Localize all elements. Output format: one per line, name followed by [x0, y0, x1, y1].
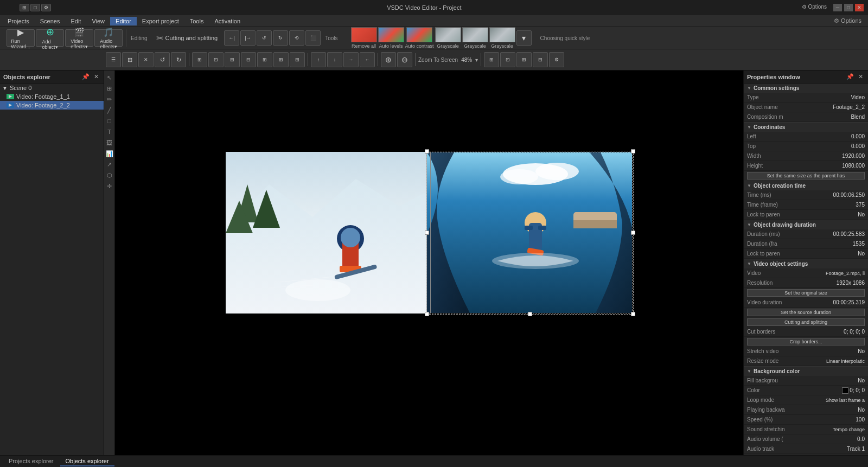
qs-grayscale-3[interactable]: Grayscale — [489, 27, 515, 49]
lt-arrow[interactable]: ↗ — [105, 159, 114, 169]
cut-tool-3[interactable]: ↺ — [257, 30, 272, 46]
menu-editor[interactable]: Editor — [110, 17, 137, 25]
menu-tools[interactable]: Tools — [184, 17, 209, 25]
grid-3[interactable]: ⊞ — [516, 52, 532, 67]
select-redo[interactable]: ↻ — [171, 52, 186, 67]
props-duration-header[interactable]: ▼ Object drawing duration — [744, 220, 868, 229]
menu-view[interactable]: View — [86, 17, 110, 25]
lt-chart[interactable]: 📊 — [105, 149, 114, 158]
cut-tool-2[interactable]: |→ — [240, 30, 256, 46]
qs-grayscale-2[interactable]: Grayscale — [462, 27, 488, 49]
props-coords-header[interactable]: ▼ Coordinates — [744, 123, 868, 132]
align-2[interactable]: ⊡ — [208, 52, 224, 67]
props-bgcolor-section: ▼ Background color Fill backgrou No Colo… — [744, 367, 868, 455]
grid-1[interactable]: ⊞ — [484, 52, 499, 67]
add-object-btn[interactable]: ⊕ Addobject▾ — [36, 29, 64, 47]
menu-edit[interactable]: Edit — [65, 17, 86, 25]
tree-footage1[interactable]: ▶ Video: Footage_1_1 — [0, 92, 104, 101]
select-btn[interactable]: ☰ — [106, 52, 121, 67]
cut-tool-4[interactable]: ↻ — [273, 30, 288, 46]
align-3[interactable]: ⊞ — [225, 52, 240, 67]
crop-borders-btn[interactable]: Crop borders... — [747, 338, 865, 346]
options-label[interactable]: ⚙ Options — [797, 4, 831, 11]
props-top-row: Top 0.000 — [744, 142, 868, 151]
objects-pin-btn[interactable]: 📌 — [80, 73, 91, 81]
original-size-btn[interactable]: Set the original size — [747, 289, 865, 297]
props-pin-btn[interactable]: 📌 — [845, 73, 856, 81]
lt-text[interactable]: T — [105, 127, 114, 137]
color-swatch[interactable] — [842, 387, 848, 394]
minimize-btn[interactable]: ─ — [833, 4, 842, 11]
source-duration-btn[interactable]: Set the source duration — [747, 309, 865, 316]
view-4[interactable]: ← — [360, 52, 375, 67]
props-coords-label: Coordinates — [754, 124, 785, 130]
select-arrow[interactable]: ⊞ — [122, 52, 137, 67]
props-video-header[interactable]: ▼ Video object settings — [744, 259, 868, 268]
titlebar-btn3[interactable]: ⚙ — [41, 4, 51, 11]
zoom-out-btn[interactable]: ⊖ — [397, 52, 412, 67]
grid-2[interactable]: ⊡ — [500, 52, 515, 67]
align-7[interactable]: ⊞ — [290, 52, 305, 67]
qs-more-btn[interactable]: ▾ — [516, 30, 532, 46]
zoom-in-btn[interactable]: ⊕ — [381, 52, 396, 67]
projects-explorer-tab[interactable]: Projects explorer — [3, 457, 59, 466]
video-canvas[interactable] — [223, 149, 635, 377]
props-close-btn[interactable]: ✕ — [857, 73, 865, 81]
video-right — [426, 152, 633, 314]
menu-export[interactable]: Export project — [137, 17, 184, 25]
props-bgcolor-header[interactable]: ▼ Background color — [744, 367, 868, 376]
cut-tool-6[interactable]: ⬛ — [305, 30, 321, 46]
video-effects-btn[interactable]: 🎬 Videoeffects▾ — [65, 29, 93, 47]
cut-tool-1[interactable]: ←| — [224, 30, 239, 46]
cutting-label: Cutting and splitting — [165, 35, 218, 41]
menu-projects[interactable]: Projects — [2, 17, 35, 25]
same-size-btn[interactable]: Set the same size as the parent has — [747, 172, 865, 180]
maximize-btn[interactable]: □ — [844, 4, 853, 11]
align-1[interactable]: ⊞ — [192, 52, 207, 67]
cut-tool-5[interactable]: ⟲ — [289, 30, 304, 46]
svg-rect-19 — [525, 226, 533, 230]
qs-grayscale-1[interactable]: Grayscale — [435, 27, 461, 49]
cutting-splitting-btn[interactable]: Cutting and splitting — [747, 318, 865, 326]
lt-rect[interactable]: □ — [105, 116, 114, 126]
align-5[interactable]: ⊞ — [257, 52, 272, 67]
menu-scenes[interactable]: Scenes — [35, 17, 66, 25]
objects-title: Objects explorer — [3, 74, 50, 80]
run-wizard-btn[interactable]: ▶ RunWizard... — [7, 29, 35, 47]
qs-auto-contrast[interactable]: Auto contrast — [405, 27, 434, 49]
tree-footage2[interactable]: ▶ Video: Footage_2_2 — [0, 101, 104, 110]
qs-auto-levels[interactable]: Auto levels — [378, 27, 404, 49]
lt-image[interactable]: 🖼 — [105, 138, 114, 148]
align-4[interactable]: ⊟ — [241, 52, 256, 67]
close-btn[interactable]: ✕ — [855, 4, 864, 11]
view-3[interactable]: → — [343, 52, 359, 67]
lt-line[interactable]: ╱ — [105, 105, 114, 115]
props-video-section: ▼ Video object settings Video Footage_2.… — [744, 259, 868, 367]
titlebar-btn2[interactable]: □ — [30, 4, 40, 11]
props-lockpar2-row: Lock to paren No — [744, 249, 868, 259]
view-2[interactable]: ↓ — [327, 52, 342, 67]
objects-close-btn[interactable]: ✕ — [92, 73, 100, 81]
lt-stamp[interactable]: ⬡ — [105, 170, 114, 180]
grid-5[interactable]: ⚙ — [549, 52, 564, 67]
titlebar-btn[interactable]: ⊞ — [20, 4, 29, 11]
grid-4[interactable]: ⊟ — [533, 52, 548, 67]
lt-crop[interactable]: ⊞ — [105, 84, 114, 93]
tree-scene-label: Scene 0 — [10, 85, 31, 91]
lt-pen[interactable]: ✏ — [105, 94, 114, 104]
lt-move[interactable]: ✛ — [105, 181, 114, 191]
qs-remove-all[interactable]: Remove all — [351, 27, 377, 49]
props-common-header[interactable]: ▼ Common settings — [744, 84, 868, 93]
view-1[interactable]: ↑ — [311, 52, 326, 67]
props-width-row: Width 1920.000 — [744, 151, 868, 161]
select-rect[interactable]: ✕ — [138, 52, 154, 67]
tree-scene[interactable]: ▼ Scene 0 — [0, 84, 104, 92]
objects-explorer-tab[interactable]: Objects explorer — [60, 457, 114, 466]
props-creation-header[interactable]: ▼ Object creation time — [744, 181, 868, 190]
props-stretch-row: Stretch video No — [744, 347, 868, 356]
select-undo[interactable]: ↺ — [155, 52, 170, 67]
align-6[interactable]: ⊞ — [273, 52, 289, 67]
audio-effects-btn[interactable]: 🎵 Audioeffects▾ — [94, 29, 123, 47]
menu-activation[interactable]: Activation — [209, 17, 246, 25]
lt-cursor[interactable]: ↖ — [105, 73, 114, 82]
